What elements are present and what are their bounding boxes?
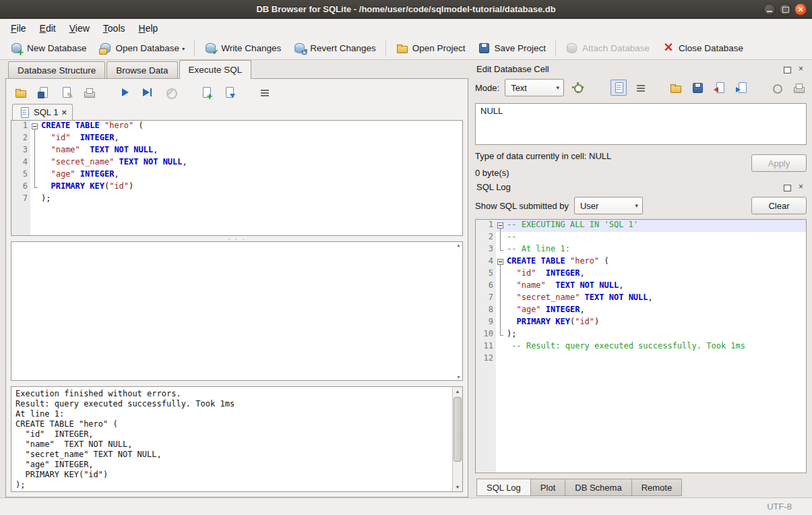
cell-size-info: 0 byte(s): [475, 168, 611, 178]
close-window-button[interactable]: [794, 3, 807, 16]
print-icon[interactable]: [81, 84, 97, 100]
minimize-button[interactable]: [763, 3, 776, 16]
close-database-button[interactable]: Close Database: [656, 39, 749, 57]
open-file-icon[interactable]: [667, 80, 683, 96]
line-number: 3: [476, 244, 496, 256]
scrollbar-thumb[interactable]: [454, 397, 462, 462]
save-file-icon[interactable]: [689, 80, 706, 96]
revert-changes-button[interactable]: Revert Changes: [287, 39, 382, 57]
export-results-icon[interactable]: [221, 84, 237, 100]
scrollbar[interactable]: ▲ ▼: [452, 387, 462, 491]
code-line: 4CREATE TABLE "hero" (: [476, 256, 806, 268]
open-database-label: Open Database: [116, 43, 180, 53]
close-tab-icon[interactable]: ×: [61, 108, 67, 117]
save-project-icon: [478, 42, 491, 55]
tab-execute-sql[interactable]: Execute SQL: [179, 60, 252, 79]
menu-tools[interactable]: Tools: [96, 21, 132, 36]
maximize-button[interactable]: [779, 3, 791, 16]
dock-tab-db-schema[interactable]: DB Schema: [565, 479, 631, 496]
code-line: 2 "id" INTEGER,: [11, 133, 462, 145]
close-dock-icon[interactable]: ×: [797, 183, 805, 191]
main-toolbar: New DatabaseOpen Database▾Write ChangesR…: [0, 37, 812, 60]
splitter-handle[interactable]: · · ·: [11, 236, 463, 241]
text-view-icon[interactable]: [611, 80, 627, 96]
cell-editor[interactable]: NULL: [475, 103, 807, 145]
scroll-down-icon[interactable]: ▼: [453, 483, 462, 491]
menu-help[interactable]: Help: [132, 21, 165, 36]
set-null-icon[interactable]: [768, 80, 784, 96]
import-icon[interactable]: [712, 80, 728, 96]
save-project-button[interactable]: Save Project: [472, 39, 553, 57]
fold-marker-icon[interactable]: [496, 256, 505, 268]
fold-marker-icon[interactable]: [30, 121, 39, 133]
code-line: 8 "age" INTEGER,: [476, 305, 806, 317]
execution-log-text: Execution finished without errors.Result…: [11, 387, 451, 491]
sql-log-editor[interactable]: 1-- EXECUTING ALL IN 'SQL 1'2--3-- At li…: [475, 219, 807, 473]
print-icon: [83, 86, 95, 98]
log-line: "id" INTEGER,: [15, 429, 447, 440]
fold-guide: [30, 157, 39, 169]
apply-button: Apply: [751, 154, 807, 172]
word-wrap-icon[interactable]: [633, 80, 649, 96]
splitter-handle[interactable]: [11, 381, 463, 386]
new-query-tab-icon: [200, 86, 212, 98]
open-database-button[interactable]: Open Database▾: [93, 39, 191, 57]
tab-browse-data[interactable]: Browse Data: [106, 61, 177, 78]
sql-editor[interactable]: 1CREATE TABLE "hero" (2 "id" INTEGER,3 "…: [11, 120, 463, 236]
code-line: 5 "age" INTEGER,: [11, 169, 462, 181]
line-number: 6: [11, 181, 30, 193]
cell-value: NULL: [480, 106, 503, 116]
export-icon[interactable]: [734, 80, 750, 96]
mode-label: Mode:: [475, 83, 499, 93]
scroll-up-icon[interactable]: ▲: [456, 243, 461, 247]
dock-tab-plot[interactable]: Plot: [531, 479, 565, 496]
menu-view[interactable]: View: [63, 21, 96, 36]
print-icon[interactable]: [790, 80, 807, 96]
import-icon: [714, 82, 726, 94]
new-query-tab-icon[interactable]: [198, 84, 214, 100]
filter-combobox[interactable]: User ▾: [574, 197, 643, 214]
open-project-button[interactable]: Open Project: [389, 39, 472, 57]
new-database-button[interactable]: New Database: [4, 39, 93, 57]
app-window: DB Browser for SQLite - /home/user/code/…: [0, 0, 812, 515]
fold-guide: [30, 133, 39, 145]
code-line: 4 "secret_name" TEXT NOT NULL,: [11, 157, 462, 169]
save-sql-file-as-icon[interactable]: [58, 84, 74, 100]
execute-current-line-icon[interactable]: [139, 84, 156, 100]
menu-file[interactable]: File: [4, 21, 33, 36]
dropdown-arrow-icon[interactable]: ▾: [182, 46, 185, 55]
fold-marker-icon[interactable]: [496, 220, 505, 232]
apply-format-button[interactable]: [569, 80, 586, 96]
close-dock-icon[interactable]: ×: [797, 65, 805, 73]
line-number: 2: [11, 133, 30, 145]
results-pane[interactable]: ▲ ▼: [11, 241, 463, 381]
log-line: "secret_name" TEXT NOT NULL,: [15, 450, 447, 460]
filter-label: Show SQL submitted by: [475, 201, 569, 211]
clear-button[interactable]: Clear: [751, 197, 807, 214]
log-line: );: [15, 480, 447, 490]
sql-tab[interactable]: SQL 1 ×: [12, 104, 73, 120]
fold-guide: [30, 145, 39, 157]
mode-combobox[interactable]: Text ▾: [505, 79, 564, 96]
sql-log-header: SQL Log ×: [475, 180, 807, 194]
dock-tab-remote[interactable]: Remote: [632, 479, 683, 496]
scroll-down-icon[interactable]: ▼: [456, 375, 461, 380]
float-dock-icon[interactable]: [782, 65, 791, 73]
save-sql-file-icon[interactable]: [35, 84, 51, 100]
float-dock-icon[interactable]: [782, 183, 791, 191]
dock-tab-sql-log[interactable]: SQL Log: [476, 479, 531, 496]
execute-all-icon[interactable]: [117, 84, 133, 100]
fold-guide: [496, 268, 505, 280]
word-wrap-icon[interactable]: [257, 84, 273, 100]
menu-edit[interactable]: Edit: [33, 21, 63, 36]
write-changes-button[interactable]: Write Changes: [198, 39, 287, 57]
tab-database-structure[interactable]: Database Structure: [8, 61, 105, 78]
left-panel: Database StructureBrowse DataExecute SQL…: [5, 60, 468, 497]
attach-database-button: Attach Database: [559, 39, 656, 57]
execution-log[interactable]: Execution finished without errors.Result…: [11, 386, 463, 492]
execute-current-line-icon: [142, 86, 154, 98]
log-line: PRIMARY KEY("id"): [15, 470, 447, 480]
dock-tab-bar: SQL LogPlotDB SchemaRemote: [475, 479, 807, 496]
scroll-up-icon[interactable]: ▲: [453, 387, 462, 396]
open-sql-file-icon[interactable]: [12, 84, 28, 100]
